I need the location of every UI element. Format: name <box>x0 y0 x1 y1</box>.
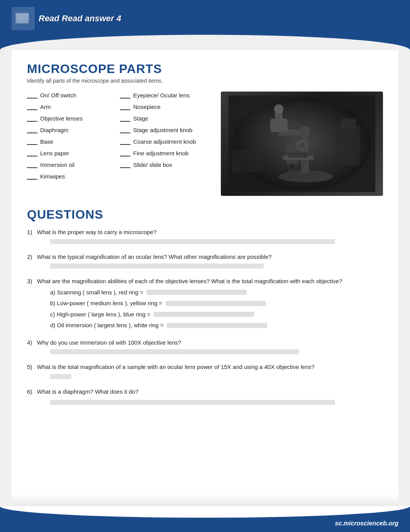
svg-rect-1 <box>17 14 28 22</box>
answer-blurred-6 <box>50 400 335 405</box>
list-item: d) Oil immersion ( largest lens ), white… <box>50 321 383 330</box>
list-item: ___ Eyepiece/ Ocular lens <box>120 92 213 99</box>
sub-answer-blurred <box>146 290 247 295</box>
bottom-wave <box>12 495 398 506</box>
page-subtitle: Identify all parts of the microscope and… <box>27 78 383 84</box>
part-label: Stage adjustment knob <box>133 127 192 133</box>
question-number: 6) <box>27 388 32 395</box>
parts-col-2: ___ Eyepiece/ Ocular lens ___ Nosepiece … <box>120 92 213 196</box>
question-body: What are the magnification abilities of … <box>37 278 342 284</box>
page-footer: Resource Copy: 1.08 sc.microscienceb.org <box>0 506 410 532</box>
part-label: Eyepiece/ Ocular lens <box>133 92 190 99</box>
question-body: What is the typical magnification of an … <box>37 253 272 260</box>
questions-section: QUESTIONS 1) What is the proper way to c… <box>27 207 383 405</box>
svg-rect-22 <box>337 126 360 165</box>
question-number: 3) <box>27 278 32 284</box>
list-item: ___ Immersion oil <box>27 161 120 168</box>
list-item: ___ On/ Off switch <box>27 92 120 99</box>
main-content: MICROSCOPE PARTS Identify all parts of t… <box>12 50 398 495</box>
question-text-1: 1) What is the proper way to carry a mic… <box>27 228 383 237</box>
questions-title: QUESTIONS <box>27 207 383 222</box>
part-blank: ___ <box>27 150 38 156</box>
part-blank: ___ <box>120 103 131 110</box>
question-number: 2) <box>27 253 32 260</box>
list-item: ___ Arm <box>27 103 120 110</box>
question-5: 5) What is the total magnification of a … <box>27 363 383 379</box>
svg-rect-24 <box>232 150 263 173</box>
answer-blurred-4 <box>50 349 299 354</box>
question-1: 1) What is the proper way to carry a mic… <box>27 228 383 244</box>
list-item: ___ Kimwipes <box>27 173 120 180</box>
part-label: Slide/ slide box <box>133 161 172 168</box>
list-item: b) Low-power ( medium lens ), yellow rin… <box>50 299 383 308</box>
header-wave <box>0 35 410 50</box>
question-number: 1) <box>27 229 32 235</box>
part-label: Lens paper <box>40 150 69 156</box>
answer-blurred-5 <box>50 374 71 379</box>
question-text-6: 6) What is a diaphragm? What does it do? <box>27 388 383 396</box>
footer-wave <box>0 506 410 518</box>
list-item: a) Scanning ( small lens ), red ring = <box>50 288 383 297</box>
sub-answer-blurred <box>154 312 254 317</box>
question-body: What is a diaphragm? What does it do? <box>37 388 139 395</box>
sub-answer-blurred <box>166 301 266 306</box>
list-item: ___ Coarse adjustment knob <box>120 138 213 145</box>
part-blank: ___ <box>27 138 38 145</box>
question-text-3: 3) What are the magnification abilities … <box>27 277 383 286</box>
sub-label: b) Low-power ( medium lens ), yellow rin… <box>50 299 163 308</box>
question-number: 4) <box>27 339 32 346</box>
list-item: c) High-power ( large lens ), blue ring … <box>50 310 383 319</box>
part-blank: ___ <box>120 115 131 122</box>
sub-label: d) Oil immersion ( largest lens ), white… <box>50 321 164 330</box>
question-3: 3) What are the magnification abilities … <box>27 277 383 330</box>
parts-col-1: ___ On/ Off switch ___ Arm ___ Objective… <box>27 92 120 196</box>
part-blank: ___ <box>27 115 38 122</box>
part-label: Base <box>40 138 53 145</box>
microscope-image <box>221 92 383 196</box>
answer-blurred-1 <box>50 239 335 244</box>
part-blank: ___ <box>27 126 38 133</box>
list-item: ___ Base <box>27 138 120 145</box>
part-blank: ___ <box>27 161 38 168</box>
list-item: ___ Lens paper <box>27 150 120 156</box>
sub-answer-blurred <box>167 323 267 328</box>
sub-label: c) High-power ( large lens ), blue ring … <box>50 310 151 319</box>
list-item: ___ Stage <box>120 115 213 122</box>
svg-rect-23 <box>341 119 356 128</box>
list-item: ___ Slide/ slide box <box>120 161 213 168</box>
part-label: Fine adjustment knob <box>133 150 188 156</box>
page-header: Read Read answer 4 <box>0 0 410 50</box>
microscope-image-inner <box>221 92 383 196</box>
part-label: On/ Off switch <box>40 92 76 99</box>
question-4: 4) Why do you use immersion oil with 100… <box>27 338 383 355</box>
part-label: Immersion oil <box>40 161 75 168</box>
question-2: 2) What is the typical magnification of … <box>27 253 383 269</box>
part-blank: ___ <box>120 161 131 168</box>
part-blank: ___ <box>27 92 38 99</box>
part-label: Kimwipes <box>40 173 65 180</box>
part-label: Objective lenses <box>40 115 83 122</box>
part-label: Coarse adjustment knob <box>133 138 196 145</box>
question-text-4: 4) Why do you use immersion oil with 100… <box>27 338 383 347</box>
sub-label: a) Scanning ( small lens ), red ring = <box>50 288 143 297</box>
parts-container: ___ On/ Off switch ___ Arm ___ Objective… <box>27 92 383 196</box>
question-number: 5) <box>27 364 32 370</box>
part-blank: ___ <box>27 103 38 110</box>
logo-text: Read Read answer 4 <box>39 14 121 24</box>
list-item: ___ Stage adjustment knob <box>120 126 213 133</box>
sub-items-3: a) Scanning ( small lens ), red ring = b… <box>50 288 383 330</box>
question-body: What is the total magnification of a sam… <box>37 364 315 370</box>
question-text-2: 2) What is the typical magnification of … <box>27 253 383 262</box>
part-label: Diaphragm <box>40 127 68 133</box>
answer-blurred-2 <box>50 263 264 269</box>
part-label: Nosepiece <box>133 104 161 110</box>
header-logo: Read Read answer 4 <box>12 7 121 30</box>
part-label: Arm <box>40 104 51 110</box>
list-item: ___ Nosepiece <box>120 103 213 110</box>
list-item: ___ Fine adjustment knob <box>120 150 213 156</box>
part-blank: ___ <box>120 150 131 156</box>
part-blank: ___ <box>120 126 131 133</box>
parts-columns: ___ On/ Off switch ___ Arm ___ Objective… <box>27 92 213 196</box>
part-blank: ___ <box>120 138 131 145</box>
part-blank: ___ <box>120 92 131 99</box>
